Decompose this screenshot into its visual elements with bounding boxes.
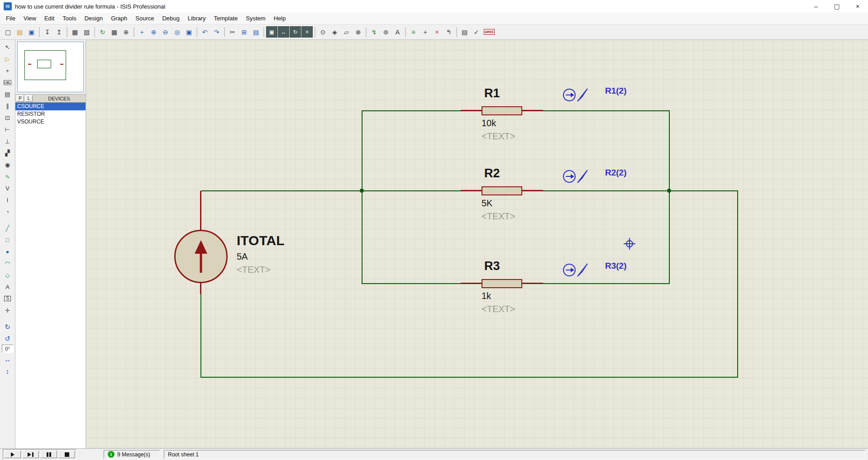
device-pin-tool[interactable]: ⊥: [2, 136, 13, 147]
wire-far-right[interactable]: [737, 190, 738, 378]
zoom-out-button[interactable]: ⊖: [160, 26, 171, 38]
device-resistor[interactable]: RESISTOR: [15, 110, 86, 118]
menu-edit[interactable]: Edit: [40, 13, 58, 24]
text-script-tool[interactable]: ▤: [2, 89, 13, 100]
device-csource[interactable]: CSOURCE: [15, 103, 86, 110]
block-copy-button[interactable]: ▣: [266, 26, 277, 38]
netlist-to-ares-button[interactable]: ARES: [482, 26, 496, 38]
resistor-r2-body[interactable]: [482, 186, 522, 195]
resistor-r3-body[interactable]: [482, 279, 522, 288]
toggle-grid-button[interactable]: ▦: [109, 26, 120, 38]
search-tag-button[interactable]: ⊚: [380, 26, 391, 38]
text-tool[interactable]: A: [2, 281, 13, 292]
paste-button[interactable]: ▤: [250, 26, 262, 38]
menu-template[interactable]: Template: [210, 13, 242, 24]
message-status-cell[interactable]: i 9 Message(s): [104, 450, 160, 459]
redraw-display-button[interactable]: ↻: [97, 26, 108, 38]
menu-help[interactable]: Help: [270, 13, 290, 24]
new-design-button[interactable]: ▢: [2, 26, 14, 38]
stop-button[interactable]: [58, 451, 75, 458]
current-probe-r2-icon[interactable]: [562, 167, 591, 185]
save-design-button[interactable]: ▣: [26, 26, 37, 38]
rotate-anticlockwise-button[interactable]: ↺: [2, 333, 13, 344]
wire-bottom-rail[interactable]: [201, 377, 738, 378]
export-section-button[interactable]: ↥: [53, 26, 65, 38]
decompose-button[interactable]: ⊗: [353, 26, 364, 38]
menu-graph[interactable]: Graph: [107, 13, 131, 24]
electrical-rule-check-button[interactable]: ✓: [471, 26, 482, 38]
tape-recorder-tool[interactable]: ◉: [2, 159, 13, 170]
component-tool[interactable]: ▷: [2, 53, 13, 64]
play-button[interactable]: [4, 451, 21, 458]
menu-debug[interactable]: Debug: [158, 13, 183, 24]
mirror-horizontal-button[interactable]: ↔: [2, 354, 13, 365]
block-move-button[interactable]: ↔: [278, 26, 289, 38]
arc-tool[interactable]: ◠: [2, 258, 13, 269]
pick-devices-button[interactable]: P: [16, 95, 24, 102]
menu-file[interactable]: File: [2, 13, 19, 24]
subcircuit-tool[interactable]: ⊡: [2, 112, 13, 123]
print-button[interactable]: ▦: [69, 26, 81, 38]
design-explorer-button[interactable]: ≡: [408, 26, 419, 38]
device-vsource[interactable]: VSOURCE: [15, 118, 86, 126]
copy-button[interactable]: ⊞: [238, 26, 250, 38]
cut-button[interactable]: ✂: [227, 26, 238, 38]
menu-system[interactable]: System: [242, 13, 269, 24]
wire-left-inner[interactable]: [362, 110, 362, 284]
overview-panel[interactable]: [17, 42, 84, 92]
symbol-tool[interactable]: S: [2, 293, 13, 304]
wire-autorouter-button[interactable]: ↯: [368, 26, 380, 38]
current-source-itotal[interactable]: [174, 230, 228, 283]
resistor-r1-body[interactable]: [482, 106, 522, 115]
wire-source-bottom[interactable]: [200, 293, 201, 378]
zoom-area-button[interactable]: ▣: [183, 26, 195, 38]
selection-tool[interactable]: ↖: [2, 42, 13, 52]
mirror-vertical-button[interactable]: ↕: [2, 365, 13, 376]
remove-sheet-button[interactable]: ×: [431, 26, 443, 38]
block-rotate-button[interactable]: ↻: [290, 26, 301, 38]
path-tool[interactable]: ◇: [2, 270, 13, 280]
rotation-angle-display[interactable]: 0°: [2, 345, 14, 353]
library-manager-button[interactable]: L: [25, 95, 33, 102]
current-probe-r1-icon[interactable]: [562, 86, 591, 104]
generator-tool[interactable]: ∿: [2, 171, 13, 182]
property-assignment-button[interactable]: A: [392, 26, 403, 38]
current-probe-tool[interactable]: I: [2, 194, 13, 205]
make-device-button[interactable]: ◈: [329, 26, 340, 38]
new-sheet-button[interactable]: +: [420, 26, 431, 38]
step-button[interactable]: [22, 451, 39, 458]
rotate-clockwise-button[interactable]: ↻: [2, 321, 13, 332]
false-origin-button[interactable]: ⊕: [120, 26, 132, 38]
circle-tool[interactable]: ●: [2, 246, 13, 257]
current-probe-r3-icon[interactable]: [562, 261, 591, 279]
bill-of-materials-button[interactable]: ▤: [459, 26, 470, 38]
block-delete-button[interactable]: ×: [301, 26, 313, 38]
pause-button[interactable]: [40, 451, 57, 458]
open-design-button[interactable]: ▤: [14, 26, 25, 38]
redo-button[interactable]: ↷: [211, 26, 222, 38]
menu-tools[interactable]: Tools: [58, 13, 80, 24]
virtual-instruments-tool[interactable]: ◔: [2, 206, 13, 217]
zoom-in-button[interactable]: ⊕: [148, 26, 159, 38]
menu-design[interactable]: Design: [81, 13, 107, 24]
box-tool[interactable]: □: [2, 234, 13, 245]
maximize-button[interactable]: ▢: [826, 0, 847, 13]
wire-label-tool[interactable]: LBL: [2, 77, 13, 88]
pick-device-button[interactable]: ⊙: [317, 26, 329, 38]
wire-right-inner[interactable]: [669, 110, 670, 284]
voltage-probe-tool[interactable]: V: [2, 183, 13, 194]
mark-output-area-button[interactable]: ▧: [81, 26, 92, 38]
menu-source[interactable]: Source: [131, 13, 158, 24]
packaging-tool-button[interactable]: ▱: [341, 26, 352, 38]
terminal-tool[interactable]: ⊢: [2, 124, 13, 135]
center-at-cursor-button[interactable]: +: [136, 26, 148, 38]
line-tool[interactable]: ╱: [2, 223, 13, 233]
schematic-canvas[interactable]: ITOTAL 5A <TEXT> R1 10k <TEXT> R2 5K <TE…: [86, 40, 868, 448]
minimize-button[interactable]: –: [806, 0, 826, 13]
menu-view[interactable]: View: [19, 13, 40, 24]
marker-tool[interactable]: ✛: [2, 305, 13, 316]
undo-button[interactable]: ↶: [199, 26, 210, 38]
graph-tool[interactable]: ▞: [2, 147, 13, 158]
zoom-all-button[interactable]: ◎: [172, 26, 183, 38]
import-section-button[interactable]: ↧: [42, 26, 53, 38]
